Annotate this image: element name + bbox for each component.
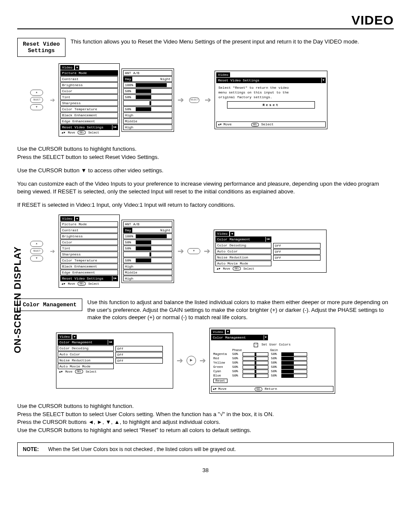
menu-item[interactable]: Color Temperature [60, 258, 118, 263]
color-row[interactable]: Blue50%50% [213, 374, 331, 378]
menu-item[interactable]: Color [60, 240, 118, 245]
body-text-2: Use the CURSOR buttons to highlight func… [17, 402, 394, 435]
value-color: 50% [123, 94, 172, 100]
value-off: Off [273, 249, 321, 255]
up-button[interactable]: ▲ [30, 241, 43, 247]
menu-item[interactable]: Picture Mode [60, 221, 118, 227]
down-arrow-icon: ▼ [75, 217, 79, 221]
value-picture-mode: Day Night [123, 227, 172, 233]
osd-values-2: ANT A/B Day Night 100% 50% 50% 50% High … [121, 220, 174, 283]
gain-val: 50% [271, 374, 279, 377]
osd-hint: ▲▼Move SELSelect [60, 130, 118, 135]
menu-item[interactable]: Auto Color [58, 352, 114, 357]
menu-item[interactable]: Auto Movie Mode [215, 261, 271, 266]
menu-item[interactable]: Black Enhancement [60, 112, 118, 118]
down-button[interactable]: ▼ [30, 104, 43, 110]
gain-bar[interactable] [281, 374, 307, 378]
menu-item[interactable]: Contrast [60, 76, 118, 82]
note-text: When the Set User Colors box is not chec… [48, 446, 236, 452]
checkbox-icon[interactable]: ✓ [254, 343, 258, 347]
menu-item[interactable]: Auto Color [215, 249, 271, 254]
phase-bar[interactable] [243, 352, 268, 356]
down-button[interactable]: ▼ [30, 255, 43, 261]
osd-color-mgmt-list: Video ▼ Color Management⇅► Color Decodin… [214, 230, 327, 273]
menu-item[interactable]: Contrast [60, 227, 118, 233]
section-color-mgmt: Color Management Use this function to ad… [17, 299, 394, 321]
note-box: NOTE: When the Set User Colors box is no… [17, 442, 394, 456]
down-arrow-icon: ▼ [226, 330, 230, 334]
gain-bar[interactable] [281, 365, 307, 369]
arrow-icon: ➔ [177, 356, 183, 365]
menu-item[interactable]: Sharpness [60, 252, 118, 257]
menu-item[interactable]: Sharpness [60, 100, 118, 106]
value-color-temp: High [123, 264, 172, 269]
gain-bar[interactable] [281, 352, 307, 356]
reset-text: original factory settings. [218, 95, 324, 100]
select-button[interactable]: SELECT [30, 97, 43, 103]
menu-item[interactable]: Color Decoding [215, 243, 271, 248]
osd-title: Video [60, 65, 74, 70]
reset-text: menu settings on this input to the [218, 90, 324, 95]
gain-bar[interactable] [281, 357, 307, 361]
select-button[interactable]: SELECT [189, 97, 199, 103]
value-sharpness: 50% [123, 106, 172, 112]
gain-val: 50% [271, 352, 279, 356]
menu-item[interactable]: Noise Reduction [58, 358, 114, 363]
phase-bar[interactable] [243, 374, 268, 378]
menu-item[interactable]: Auto Movie Mode [58, 364, 114, 369]
menu-item[interactable]: Brightness [60, 82, 118, 88]
value-brightness: 50% [123, 88, 172, 94]
value-off: Off [115, 358, 163, 364]
menu-item[interactable]: Picture Mode [60, 70, 118, 76]
phase-bar[interactable] [243, 365, 268, 369]
phase-bar[interactable] [243, 357, 268, 361]
menu-item[interactable]: Brightness [60, 233, 118, 239]
value-edge-enh: High [123, 124, 172, 130]
phase-bar[interactable] [243, 370, 268, 373]
value-contrast: 100% [123, 233, 172, 239]
set-user-colors-label: Set User Colors [262, 343, 291, 346]
color-mgmt-item[interactable]: Color Management⇅► [58, 339, 114, 345]
right-button[interactable]: ► [187, 356, 196, 365]
down-button[interactable]: ▼ [187, 248, 200, 254]
menu-item[interactable]: Tint [60, 94, 118, 100]
gain-val: 50% [271, 357, 279, 360]
menu-item[interactable]: Tint [60, 246, 118, 251]
gain-bar[interactable] [281, 361, 307, 365]
value-header: ANT A/B [123, 70, 172, 76]
menu-item[interactable]: Color Decoding [58, 345, 114, 351]
value-tint [123, 100, 172, 106]
reset-button[interactable]: Reset [227, 101, 315, 109]
color-row[interactable]: Red50%50% [213, 357, 331, 361]
color-mgmt-item[interactable]: Color Management⇅► [215, 236, 271, 242]
menu-item-reset[interactable]: Reset Video Settings⇅► [60, 276, 118, 281]
color-row[interactable]: Green50%50% [213, 365, 331, 369]
menu-item-reset[interactable]: Reset Video Settings⇅► [60, 124, 118, 130]
menu-item[interactable]: Color Temperature [60, 106, 118, 112]
osd-title: Video [216, 72, 230, 77]
value-edge-enh: High [123, 276, 172, 281]
remote-cursor-buttons: ▲ SELECT ▼ [30, 241, 43, 261]
osd-hint-bar: ▲▼ Move SEL Select [216, 121, 326, 128]
color-row[interactable]: Yellow50%50% [213, 361, 331, 365]
menu-item[interactable]: Black Enhancement [60, 264, 118, 269]
menu-item[interactable]: Color [60, 88, 118, 94]
menu-item[interactable]: Noise Reduction [215, 255, 271, 260]
color-row[interactable]: Cyan50%50% [213, 370, 331, 373]
value-sharpness: 50% [123, 258, 172, 263]
osd-color-detail: Video ▼ Color Management▼ ✓ Set User Col… [209, 328, 335, 394]
color-reset-button[interactable]: Reset [213, 379, 227, 383]
osd-hint: ▲▼Move SELSelect [58, 369, 114, 374]
gain-bar[interactable] [281, 370, 307, 373]
up-button[interactable]: ▲ [30, 90, 43, 96]
menu-item[interactable]: Edge Enhancement [60, 118, 118, 124]
down-arrow-icon: ▼ [75, 65, 79, 70]
color-row[interactable]: Magenta50%50% [213, 352, 331, 356]
color-name: Cyan [213, 370, 230, 373]
side-label: ON-SCREEN DISPLAY [12, 246, 23, 353]
menu-item[interactable]: Edge Enhancement [60, 270, 118, 275]
phase-bar[interactable] [243, 361, 268, 365]
remote-cursor-buttons: ▲ SELECT ▼ [30, 90, 43, 110]
reset-video-desc: This function allows you to Reset the Vi… [71, 38, 359, 46]
select-button[interactable]: SELECT [30, 248, 43, 254]
